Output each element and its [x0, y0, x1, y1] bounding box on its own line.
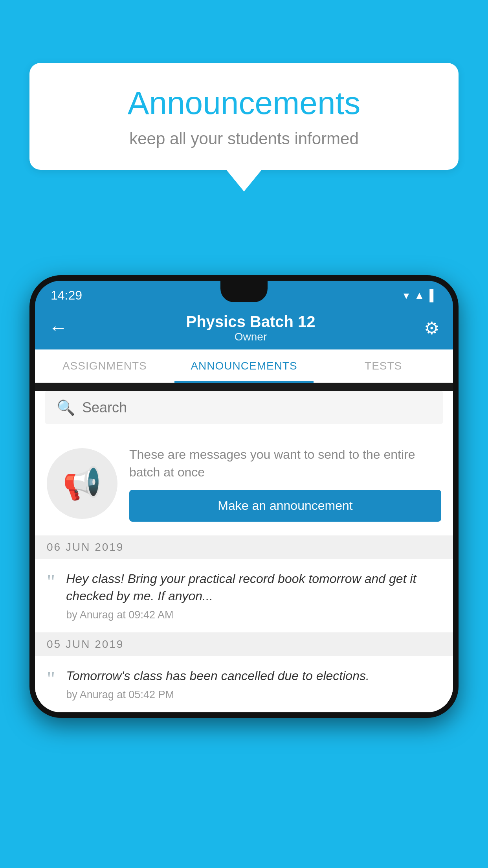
announcement-text-2: Tomorrow's class has been cancelled due … [66, 667, 441, 701]
phone-container: 14:29 ▾ ▲ ▌ ← Physics Batch 12 Owner ⚙ A… [29, 275, 459, 868]
announcement-meta-1: by Anurag at 09:42 AM [66, 609, 441, 621]
status-time: 14:29 [51, 288, 82, 303]
power-button [455, 367, 459, 410]
search-icon: 🔍 [57, 399, 75, 416]
app-bar: ← Physics Batch 12 Owner ⚙ [35, 306, 453, 349]
tab-assignments[interactable]: ASSIGNMENTS [35, 349, 174, 382]
bubble-title: Announcements [53, 85, 435, 121]
announcement-item-1[interactable]: " Hey class! Bring your practical record… [35, 559, 453, 633]
battery-icon: ▌ [429, 289, 437, 302]
back-button[interactable]: ← [49, 318, 68, 337]
tabs: ASSIGNMENTS ANNOUNCEMENTS TESTS [35, 349, 453, 383]
announcement-text-1: Hey class! Bring your practical record b… [66, 570, 441, 622]
speech-bubble-tail [226, 170, 262, 191]
wifi-icon: ▾ [404, 289, 409, 302]
volume-up-button [29, 351, 33, 379]
speech-bubble-container: Announcements keep all your students inf… [29, 63, 459, 191]
announcement-empty-state: 📢 These are messages you want to send to… [35, 432, 453, 535]
search-bar[interactable]: 🔍 [45, 391, 443, 424]
make-announcement-button[interactable]: Make an announcement [129, 490, 441, 522]
announcement-message-2: Tomorrow's class has been cancelled due … [66, 667, 441, 685]
status-icons: ▾ ▲ ▌ [404, 289, 437, 302]
phone-mockup: 14:29 ▾ ▲ ▌ ← Physics Batch 12 Owner ⚙ A… [29, 275, 459, 718]
search-input[interactable] [82, 399, 431, 416]
content-area: 🔍 📢 These are messages you want to send … [35, 391, 453, 712]
megaphone-circle: 📢 [47, 448, 117, 519]
megaphone-icon: 📢 [62, 465, 102, 502]
bubble-subtitle: keep all your students informed [53, 129, 435, 148]
app-bar-subtitle: Owner [77, 331, 424, 343]
announcement-item-2[interactable]: " Tomorrow's class has been cancelled du… [35, 656, 453, 712]
app-bar-title-area: Physics Batch 12 Owner [77, 313, 424, 343]
speech-bubble: Announcements keep all your students inf… [29, 63, 459, 170]
quote-icon-2: " [47, 669, 55, 690]
announcement-description: These are messages you want to send to t… [129, 446, 441, 481]
date-separator-2: 05 JUN 2019 [35, 633, 453, 656]
tab-announcements[interactable]: ANNOUNCEMENTS [174, 349, 314, 382]
announcement-right-area: These are messages you want to send to t… [129, 446, 441, 522]
volume-down-button [29, 385, 33, 412]
phone-notch [220, 281, 268, 302]
app-bar-title: Physics Batch 12 [77, 313, 424, 331]
date-separator-1: 06 JUN 2019 [35, 535, 453, 559]
tab-tests[interactable]: TESTS [314, 349, 453, 382]
signal-icon: ▲ [414, 289, 425, 302]
quote-icon-1: " [47, 572, 55, 592]
announcement-meta-2: by Anurag at 05:42 PM [66, 689, 441, 701]
settings-button[interactable]: ⚙ [424, 318, 439, 338]
announcement-message-1: Hey class! Bring your practical record b… [66, 570, 441, 605]
